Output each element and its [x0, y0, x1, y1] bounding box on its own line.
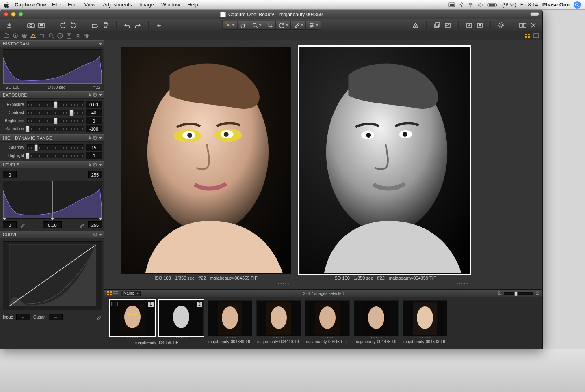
levels-panel-header[interactable]: LEVELS A	[0, 161, 104, 168]
hdr-track[interactable]	[27, 153, 84, 158]
levels-out-white[interactable]: 255	[88, 221, 102, 228]
delete-button[interactable]	[101, 21, 110, 30]
levels-in-black[interactable]: 0	[3, 171, 17, 178]
wifi-icon[interactable]	[467, 2, 474, 7]
exposure-tab-icon[interactable]	[30, 32, 37, 39]
select-tool[interactable]	[222, 21, 238, 30]
minimize-window-button[interactable]	[11, 12, 16, 17]
redo-button[interactable]	[133, 21, 143, 30]
levels-mid-handle[interactable]	[50, 218, 54, 220]
thumbnail[interactable]: majabeauty-004475.TIF	[354, 300, 399, 345]
display-menu-icon[interactable]	[448, 2, 455, 7]
levels-out-black[interactable]: 0	[3, 221, 17, 228]
levels-auto[interactable]: A	[89, 163, 91, 167]
spotlight-icon[interactable]	[574, 1, 581, 9]
tether-button[interactable]	[37, 21, 46, 30]
reset-icon[interactable]	[93, 93, 97, 97]
curve-picker-icon[interactable]	[96, 314, 102, 320]
output-tab-icon[interactable]	[65, 32, 73, 39]
window-traffic-lights[interactable]	[4, 12, 23, 17]
close-button[interactable]	[529, 21, 538, 30]
levels-graph[interactable]	[3, 181, 102, 219]
apply-adjustments-button[interactable]	[443, 21, 453, 30]
hdr-value[interactable]: 15	[86, 144, 102, 151]
menu-view[interactable]: View	[84, 2, 95, 8]
hdr-track[interactable]	[27, 144, 84, 150]
levels-white-picker[interactable]	[78, 221, 86, 228]
copy-adjustments-button[interactable]	[432, 21, 442, 30]
clone-variant-button[interactable]	[475, 21, 485, 30]
thumbnail[interactable]: majabeauty-004410.TIF	[256, 300, 301, 345]
document-proxy-icon[interactable]	[220, 12, 226, 17]
viewer-single-icon[interactable]	[533, 32, 540, 39]
levels-out-mid[interactable]: 0.00	[43, 221, 62, 228]
levels-in-white[interactable]: 255	[88, 171, 102, 178]
zoom-tool[interactable]	[249, 21, 264, 30]
hdr-panel-header[interactable]: HIGH DYNAMIC RANGE A	[0, 134, 104, 142]
histogram-panel-header[interactable]: HISTOGRAM	[0, 40, 104, 47]
hdr-auto[interactable]: A	[89, 136, 91, 140]
curve-graph[interactable]	[3, 241, 102, 310]
capture-tab-icon[interactable]	[12, 32, 19, 39]
thumbnail[interactable]: 2	[159, 300, 204, 340]
zoom-window-button[interactable]	[18, 12, 23, 17]
crop-tool[interactable]	[264, 21, 276, 30]
app-name-menu[interactable]: Capture One	[15, 2, 46, 8]
capture-button[interactable]	[26, 21, 36, 30]
filmstrip-sort-select[interactable]: Name	[121, 291, 141, 296]
adjust-tool[interactable]	[306, 21, 321, 30]
toolbar-toggle-pill[interactable]	[530, 12, 539, 16]
hdr-value[interactable]: 0	[86, 152, 102, 159]
filmstrip-grid-icon[interactable]	[107, 291, 112, 295]
picker-tool[interactable]	[291, 21, 306, 30]
exposure-track[interactable]	[27, 126, 84, 131]
import-button[interactable]	[4, 21, 14, 30]
rotate-tool[interactable]	[276, 21, 291, 30]
clock[interactable]: Fri 8:14	[520, 2, 538, 8]
preview-right-rating[interactable]	[457, 283, 468, 284]
levels-black-handle[interactable]	[2, 218, 6, 220]
thumbnail[interactable]: majabeauty-004389.TIF	[208, 300, 252, 345]
menu-help[interactable]: Help	[187, 2, 198, 8]
preview-right[interactable]: ISO 100 1/350 sec f/22 majabeauty-004359…	[299, 47, 470, 285]
pan-tool[interactable]	[237, 21, 249, 30]
undo-button[interactable]	[122, 21, 132, 30]
preview-left-rating[interactable]	[278, 283, 289, 284]
reset-icon[interactable]	[93, 136, 97, 140]
exposure-panel-header[interactable]: EXPOSURE A	[0, 91, 104, 99]
new-variant-button[interactable]	[464, 21, 474, 30]
menu-window[interactable]: Window	[161, 2, 180, 8]
apple-menu-icon[interactable]	[4, 2, 10, 8]
exposure-track[interactable]	[27, 101, 84, 107]
batch-tab-icon[interactable]	[83, 32, 91, 39]
menu-adjustments[interactable]: Adjustments	[103, 2, 132, 8]
filmstrip-list-icon[interactable]	[113, 291, 118, 295]
exposure-track[interactable]	[27, 110, 84, 115]
reset-icon[interactable]	[93, 163, 97, 167]
menu-edit[interactable]: Edit	[68, 2, 77, 8]
user-icon[interactable]	[497, 291, 502, 296]
thumbnail[interactable]: 1	[110, 300, 155, 340]
reset-button[interactable]	[154, 21, 164, 30]
thumbnail[interactable]: majabeauty-004503.TIF	[403, 300, 447, 345]
preview-left[interactable]: ISO 100 1/350 sec f/22 majabeauty-004359…	[121, 47, 291, 285]
bluetooth-icon[interactable]	[459, 2, 463, 8]
exposure-track[interactable]	[27, 118, 84, 123]
viewer-grid-icon[interactable]	[524, 32, 531, 39]
compare-button[interactable]	[518, 21, 528, 30]
thumbnail[interactable]: majabeauty-004450.TIF	[305, 300, 350, 345]
warning-toggle[interactable]	[411, 21, 420, 30]
user-icon[interactable]	[535, 291, 540, 296]
library-tab-icon[interactable]	[3, 32, 10, 39]
rotate-left-button[interactable]	[58, 21, 68, 30]
metadata-tab-icon[interactable]: i	[56, 32, 64, 39]
close-window-button[interactable]	[4, 12, 9, 17]
exposure-value[interactable]: -100	[86, 125, 102, 132]
levels-white-handle[interactable]	[98, 218, 102, 220]
filmstrip-zoom-slider[interactable]	[504, 292, 533, 295]
window-titlebar[interactable]: Capture One: Beauty – majabeauty-004359	[0, 10, 542, 19]
volume-icon[interactable]	[478, 2, 483, 7]
levels-black-picker[interactable]	[19, 221, 26, 228]
crop-tab-icon[interactable]	[39, 32, 46, 39]
exposure-value[interactable]: 0	[86, 117, 102, 124]
